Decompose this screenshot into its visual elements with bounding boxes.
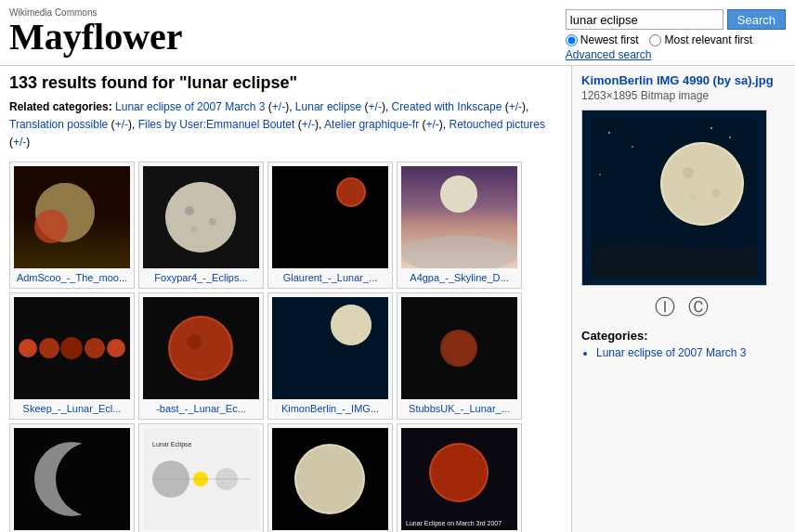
- thumb-label: -bast_-_Lunar_Ec...: [156, 402, 246, 415]
- related-link[interactable]: +/-: [13, 136, 26, 149]
- thumb-svg-2: [143, 166, 259, 268]
- svg-point-22: [331, 305, 371, 345]
- image-cell[interactable]: [267, 423, 393, 532]
- advanced-search-link[interactable]: Advanced search: [566, 48, 652, 61]
- image-cell[interactable]: StubbsUK_-_Lunar_...: [397, 292, 522, 420]
- related-categories: Related categories: Lunar eclipse of 200…: [9, 98, 562, 152]
- svg-point-46: [683, 167, 694, 178]
- right-panel: KimonBerlin IMG 4990 (by sa).jpg 1263×18…: [572, 66, 795, 532]
- svg-point-11: [440, 175, 477, 213]
- site-logo: Mayflower: [9, 19, 183, 56]
- related-link[interactable]: Retouched pictures: [450, 118, 545, 131]
- svg-point-6: [209, 218, 216, 226]
- cc-sa-icon: Ⓒ: [688, 295, 712, 318]
- image-cell[interactable]: Glaurent_-_Lunar_...: [267, 162, 393, 289]
- svg-point-14: [39, 338, 59, 358]
- thumb-svg-8: [401, 297, 517, 399]
- header: Wikimedia Commons Mayflower Search Newes…: [0, 0, 795, 66]
- thumb-label: Foxypar4_-_Eclips...: [154, 271, 247, 284]
- svg-point-24: [442, 331, 476, 365]
- thumb-label: Glaurent_-_Lunar_...: [283, 271, 378, 284]
- thumb-svg-1: [14, 166, 130, 268]
- image-cell[interactable]: AdmScoo_-_The_moo...: [9, 162, 135, 289]
- image-cell[interactable]: [9, 423, 135, 532]
- thumb-svg-4: [401, 166, 517, 268]
- newest-first-option[interactable]: Newest first: [566, 33, 639, 46]
- thumb-svg-7: [272, 297, 388, 399]
- svg-point-43: [710, 127, 712, 129]
- svg-point-48: [689, 194, 697, 201]
- related-link[interactable]: +/-: [302, 118, 315, 131]
- related-link[interactable]: +/-: [425, 118, 438, 131]
- category-item[interactable]: Lunar eclipse of 2007 March 3: [596, 346, 786, 359]
- svg-text:Lunar Eclipse on March 3rd 200: Lunar Eclipse on March 3rd 2007: [406, 520, 502, 527]
- svg-point-4: [165, 182, 236, 253]
- most-relevant-label: Most relevant first: [664, 33, 752, 46]
- svg-point-2: [34, 210, 68, 243]
- svg-point-16: [85, 338, 105, 358]
- related-link[interactable]: +/-: [509, 100, 522, 113]
- image-cell[interactable]: Lunar Eclipse on March 3rd 2007 Lunar Ec…: [397, 423, 522, 532]
- related-link[interactable]: Atelier graphique-fr: [324, 118, 419, 131]
- categories-label: Categories:: [581, 329, 786, 343]
- svg-point-45: [662, 144, 742, 224]
- image-cell[interactable]: Lunar Eclipse: [138, 423, 264, 532]
- thumb-svg-10: Lunar Eclipse: [143, 428, 259, 530]
- categories-section: Categories: Lunar eclipse of 2007 March …: [581, 329, 786, 359]
- image-cell[interactable]: Skeep_-_Lunar_Ecl...: [9, 292, 135, 420]
- svg-point-9: [338, 179, 364, 205]
- image-cell[interactable]: Foxypar4_-_Eclips...: [138, 162, 264, 289]
- related-link[interactable]: +/-: [115, 118, 128, 131]
- svg-point-20: [187, 334, 202, 349]
- svg-point-47: [711, 188, 721, 198]
- image-grid: AdmScoo_-_The_moo... Foxypar4_-_Eclips..…: [9, 162, 562, 532]
- most-relevant-radio[interactable]: [649, 34, 661, 46]
- thumb-svg-6: [143, 297, 259, 399]
- logo-area: Wikimedia Commons Mayflower: [9, 7, 183, 56]
- related-link[interactable]: +/-: [272, 100, 285, 113]
- main-layout: 133 results found for "lunar eclipse" Re…: [0, 66, 795, 532]
- cc-icon: Ⓘ: [655, 295, 679, 318]
- image-cell[interactable]: KimonBerlin_-_IMG...: [267, 292, 393, 420]
- thumb-svg-9: [14, 428, 130, 530]
- related-link[interactable]: Created with Inkscape: [392, 100, 502, 113]
- thumb-svg-11: [272, 428, 388, 530]
- svg-point-33: [296, 446, 363, 513]
- svg-point-35: [431, 445, 487, 500]
- thumb-svg-3: [272, 166, 388, 268]
- svg-point-5: [185, 206, 194, 215]
- thumb-label: StubbsUK_-_Lunar_...: [409, 402, 510, 415]
- preview-subtitle: 1263×1895 Bitmap image: [581, 89, 786, 102]
- image-cell[interactable]: A4gpa_-_Skyline_D...: [397, 162, 522, 289]
- svg-point-13: [19, 339, 37, 357]
- svg-point-38: [608, 132, 610, 134]
- svg-point-12: [401, 236, 516, 268]
- most-relevant-option[interactable]: Most relevant first: [649, 33, 752, 46]
- preview-title[interactable]: KimonBerlin IMG 4990 (by sa).jpg: [581, 73, 786, 87]
- thumb-label: Skeep_-_Lunar_Ecl...: [23, 402, 122, 415]
- search-button[interactable]: Search: [727, 9, 786, 30]
- thumb-label: AdmScoo_-_The_moo...: [17, 271, 127, 284]
- svg-point-7: [191, 227, 197, 232]
- svg-point-40: [729, 136, 731, 138]
- preview-svg: [591, 119, 758, 277]
- image-cell[interactable]: -bast_-_Lunar_Ec...: [138, 292, 264, 420]
- preview-icons: Ⓘ Ⓒ: [581, 293, 786, 321]
- search-area: Search Newest first Most relevant first …: [566, 7, 786, 61]
- related-link[interactable]: Files by User:Emmanuel Boutet: [138, 118, 295, 131]
- search-input[interactable]: [566, 9, 723, 30]
- related-link[interactable]: Lunar eclipse: [295, 100, 361, 113]
- newest-first-radio[interactable]: [566, 34, 578, 46]
- svg-point-26: [56, 442, 130, 516]
- related-link[interactable]: Translation possible: [9, 118, 108, 131]
- related-link[interactable]: +/-: [369, 100, 382, 113]
- thumb-svg-12: Lunar Eclipse on March 3rd 2007: [401, 428, 517, 530]
- preview-image[interactable]: [581, 110, 767, 286]
- related-label: Related categories:: [9, 100, 112, 113]
- thumb-label: KimonBerlin_-_IMG...: [281, 402, 379, 415]
- search-row: Search: [566, 9, 786, 30]
- results-title: 133 results found for "lunar eclipse": [9, 73, 562, 93]
- svg-text:Lunar Eclipse: Lunar Eclipse: [152, 441, 192, 448]
- thumb-svg-5: [14, 297, 130, 399]
- related-link[interactable]: Lunar eclipse of 2007 March 3: [115, 100, 265, 113]
